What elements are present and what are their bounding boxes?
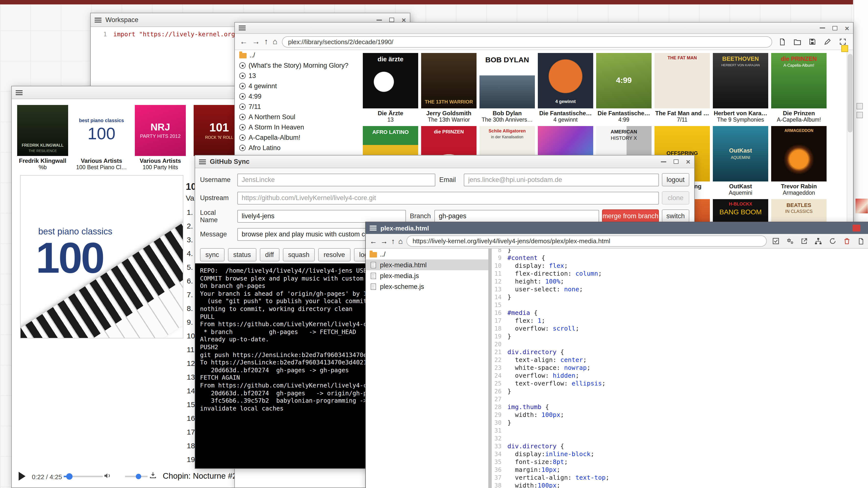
- minimize-icon[interactable]: [820, 27, 825, 28]
- username-input[interactable]: [237, 173, 435, 186]
- maximize-icon[interactable]: [674, 159, 679, 164]
- file-list-item[interactable]: (What's the Story) Morning Glory?: [235, 60, 362, 71]
- album-cover[interactable]: THE FAT MAN: [654, 53, 710, 109]
- file-list-item[interactable]: 4:99: [235, 91, 362, 101]
- window-menu-icon[interactable]: [95, 18, 101, 22]
- volume-icon[interactable]: [103, 472, 111, 482]
- download-icon[interactable]: [149, 471, 157, 481]
- minimize-icon[interactable]: [376, 19, 382, 20]
- album-cover[interactable]: die PRINZEN A-Capella-Album!: [771, 53, 827, 109]
- code-row: 32: [492, 434, 868, 443]
- external-link-icon[interactable]: [799, 236, 809, 246]
- album-cover[interactable]: ARMAGEDDON: [771, 126, 827, 181]
- window-menu-icon[interactable]: [370, 225, 376, 231]
- album-cover[interactable]: FREDRIK KLINGWALL THE RESILIENCE: [17, 105, 68, 156]
- file-list-item[interactable]: A-Capella-Album!: [235, 132, 362, 143]
- new-file-icon[interactable]: [856, 236, 866, 246]
- album-cover[interactable]: best piano classics 100: [76, 105, 127, 156]
- volume-slider[interactable]: [125, 476, 148, 477]
- git-action-button[interactable]: diff: [260, 248, 279, 262]
- mini-doc-icon[interactable]: [857, 112, 863, 118]
- album-cover[interactable]: OutKast AQUEMINI: [713, 126, 768, 181]
- address-bar[interactable]: [406, 236, 767, 247]
- file-list-item[interactable]: 7/11: [235, 101, 362, 112]
- album-item: die PRINZEN A-Capella-Album! Die Prinzen…: [771, 53, 827, 123]
- file-list-item[interactable]: ../: [366, 249, 488, 260]
- up-icon[interactable]: ↑: [264, 38, 268, 45]
- album-item: THE FAT MAN The Fat Man and … 7/11: [654, 53, 710, 123]
- album-cover[interactable]: die ärzte: [363, 53, 418, 109]
- file-list-item[interactable]: plex-media.js: [366, 270, 488, 281]
- file-list-item[interactable]: Afro Latino: [235, 143, 362, 153]
- refresh-icon[interactable]: [827, 236, 838, 246]
- album-cover-subtext: A-Capella-Album!: [783, 63, 814, 68]
- play-button[interactable]: [19, 472, 26, 481]
- checkbox-icon[interactable]: [770, 236, 781, 246]
- file-list-item[interactable]: 13: [235, 71, 362, 81]
- album-cover[interactable]: BEETHOVEN HERBERT VON KARAJAN: [713, 53, 768, 109]
- git-action-button[interactable]: sync: [200, 248, 224, 262]
- maximize-icon[interactable]: [833, 26, 837, 30]
- sitemap-icon[interactable]: [813, 236, 824, 246]
- close-icon[interactable]: ×: [686, 158, 690, 165]
- file-list-item[interactable]: A Northern Soul: [235, 112, 362, 122]
- forward-icon[interactable]: →: [252, 38, 260, 45]
- github-titlebar[interactable]: GitHub Sync ×: [195, 155, 694, 168]
- new-file-icon[interactable]: [777, 36, 787, 47]
- clone-button[interactable]: clone: [662, 191, 689, 205]
- album-cover[interactable]: 4 gewinnt: [538, 53, 593, 109]
- editor-titlebar[interactable]: plex-media.html: [366, 222, 868, 234]
- notification-badge[interactable]: [841, 45, 848, 52]
- file-list-item[interactable]: 4 gewinnt: [235, 81, 362, 91]
- logout-button[interactable]: logout: [662, 173, 689, 186]
- maximize-icon[interactable]: [389, 18, 394, 22]
- merge-from-branch-button[interactable]: merge from branch: [602, 209, 659, 223]
- close-icon[interactable]: [852, 225, 860, 232]
- code-editor[interactable]: 8 } 9 #content { 10 display: flex;: [492, 249, 868, 488]
- album-detail-cover[interactable]: best piano classics 100: [20, 175, 183, 338]
- code-line: overflow: scroll;: [507, 325, 579, 333]
- save-icon[interactable]: [807, 36, 818, 47]
- seek-handle[interactable]: [66, 473, 72, 480]
- scrollbar-thumb[interactable]: [848, 54, 852, 132]
- gears-icon[interactable]: [784, 236, 795, 246]
- seek-slider[interactable]: [64, 476, 103, 477]
- git-action-button[interactable]: resolve: [318, 248, 350, 262]
- album-cover[interactable]: 4:99: [596, 53, 652, 109]
- album-cover[interactable]: NRJ PARTY HITS 2012: [135, 105, 186, 156]
- switch-branch-button[interactable]: switch: [662, 209, 689, 223]
- file-list-item[interactable]: ../: [235, 50, 362, 60]
- file-list-item[interactable]: plex-media.html: [366, 260, 488, 270]
- local-name-input[interactable]: [237, 210, 406, 222]
- upstream-input[interactable]: [237, 191, 659, 204]
- forward-icon[interactable]: →: [380, 237, 388, 245]
- folder-icon[interactable]: [792, 36, 803, 47]
- file-list-item[interactable]: plex-scheme.js: [366, 281, 488, 292]
- email-input[interactable]: [464, 173, 659, 186]
- window-menu-icon[interactable]: [239, 26, 246, 30]
- plex-titlebar[interactable]: ×: [235, 23, 853, 34]
- address-bar[interactable]: [282, 36, 772, 47]
- minimize-icon[interactable]: [661, 161, 666, 162]
- volume-handle[interactable]: [136, 474, 141, 479]
- mini-doc-icon[interactable]: [857, 103, 863, 110]
- file-list-item[interactable]: A Storm In Heaven: [235, 122, 362, 132]
- git-action-button[interactable]: status: [228, 248, 256, 262]
- window-menu-icon[interactable]: [16, 90, 23, 95]
- album-cover[interactable]: THE 13TH WARRIOR: [421, 53, 476, 109]
- album-title: The 9 Symphonies: [713, 117, 768, 123]
- delete-trash-icon[interactable]: [841, 236, 852, 246]
- panel-scrollbar[interactable]: [488, 249, 492, 488]
- git-action-button[interactable]: squash: [283, 248, 315, 262]
- home-icon[interactable]: ⌂: [273, 38, 277, 45]
- close-icon[interactable]: ×: [845, 24, 849, 32]
- up-icon[interactable]: ↑: [391, 237, 395, 245]
- back-icon[interactable]: ←: [370, 237, 377, 245]
- edit-pencil-icon[interactable]: [822, 36, 833, 47]
- album-cover[interactable]: BOB DYLAN: [479, 53, 535, 109]
- window-menu-icon[interactable]: [199, 159, 206, 164]
- back-icon[interactable]: ←: [240, 38, 248, 45]
- line-number: 32: [492, 434, 507, 443]
- branch-input[interactable]: [434, 210, 599, 222]
- home-icon[interactable]: ⌂: [398, 237, 403, 245]
